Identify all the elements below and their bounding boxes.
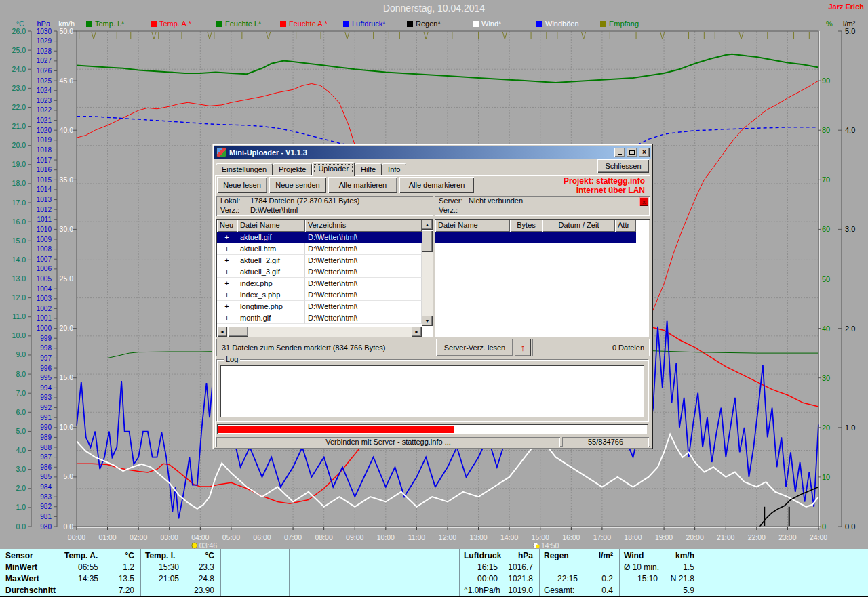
hpa-axis-label: 1028 [37,47,52,55]
local-label: Lokal: [220,197,250,205]
hpa-axis-label: 1003 [37,295,52,302]
stat-value: N 21.8 [619,574,694,583]
tab-hilfe[interactable]: Hilfe [355,163,382,176]
neue-lesen-button[interactable]: Neue lesen [217,177,267,193]
legend-label: Temp. A.* [159,20,191,28]
window-titlebar[interactable]: Mini-Uploader - V1.1.3 × [214,146,651,159]
upload-button[interactable]: ↑ [515,339,531,356]
time-axis-label: 00:00 [68,533,85,541]
legend-item-feuchte-a: Feuchte A.* [280,20,328,28]
column-header-attr[interactable]: Attr [615,220,636,232]
alle-markieren-button[interactable]: Alle markieren [328,177,397,193]
schliessen-button[interactable]: Schliessen [597,159,649,173]
maximize-button[interactable] [627,148,637,157]
tab-projekte[interactable]: Projekte [273,163,312,176]
stat-row-label: Durchschnitt [5,585,56,595]
lm2-axis-label: 4.0 [845,126,855,134]
temp-axis-label: 5.0 [16,427,26,435]
hpa-axis-label: 1011 [37,215,52,223]
column-header-verzeichnis[interactable]: Verzeichnis [305,220,422,232]
server-selected-row[interactable] [435,232,636,243]
vertical-scrollbar[interactable]: ▲▼ [422,220,433,326]
horizontal-scrollbar[interactable]: ◄► [217,327,422,337]
temp-axis-label: 25.0 [12,46,26,54]
server-verz-lesen-button[interactable]: Server-Verz. lesen [436,339,513,356]
server-disconnect-button[interactable]: x [639,197,648,206]
column-header-bytes[interactable]: Bytes [510,220,542,232]
column-header-datei-name[interactable]: Datei-Name [237,220,305,232]
empfang-tick [92,32,96,39]
stat-col-unit: °C [140,551,214,560]
tab-einstellungen[interactable]: Einstellungen [216,163,273,176]
scroll-left-button[interactable]: ◄ [217,327,227,337]
file-row[interactable]: +aktuell.gifD:\Wetter\html\ [217,232,422,243]
tab-uploader[interactable]: Uploader [312,162,355,176]
hpa-axis-label: 991 [40,414,52,421]
column-header-datei-name[interactable]: Datei-Name [435,220,510,232]
file-row[interactable]: +aktuell.htmD:\Wetter\html\ [217,243,422,255]
time-axis-label: 10:00 [377,533,395,541]
column-header-datum-zeit[interactable]: Datum / Zeit [542,220,615,232]
file-row[interactable]: +index_s.phpD:\Wetter\html\ [217,289,422,301]
column-header-neu[interactable]: Neu [217,220,237,232]
scroll-down-button[interactable]: ▼ [422,316,433,326]
pct-axis-label: 80 [822,126,830,134]
lm2-axis-label: 3.0 [845,225,855,233]
time-axis-label: 03:00 [161,533,178,541]
file-cell: + [217,232,237,243]
file-cell: aktuell.gif [237,232,305,243]
alle-demarkieren-button[interactable]: Alle demarkieren [399,177,474,193]
hpa-axis-label: 1009 [37,236,52,243]
horizontal-scrollbar-thumb[interactable] [228,327,248,337]
scroll-up-button[interactable]: ▲ [422,220,433,230]
legend-item-temp-a: Temp. A.* [151,20,191,28]
hpa-axis-label: 999 [40,335,52,342]
local-dir: D:\Wetter\html [250,206,298,214]
pct-axis-label: 0 [822,522,826,531]
local-files-table[interactable]: NeuDatei-NameVerzeichnis+aktuell.gifD:\W… [216,219,433,337]
file-row[interactable]: +longtime.phpD:\Wetter\html\ [217,301,422,312]
hpa-axis-label: 1008 [37,245,52,253]
legend-item-feuchte-i: Feuchte I.* [216,20,261,28]
temp-axis-label: 15.0 [12,236,26,245]
stat-value: 24.8 [140,574,214,583]
neue-senden-button[interactable]: Neue senden [269,177,326,193]
server-files-count-text: 0 Dateien [612,344,644,352]
file-cell: aktuell.htm [237,243,305,255]
window-title: Mini-Uploader - V1.1.3 [229,148,613,157]
empfang-tick [208,32,212,39]
temp-axis-label: 16.0 [12,218,26,226]
time-axis-label: 04:00 [191,533,209,541]
temp-axis-label: 3.0 [16,465,26,473]
time-axis-label: 20:00 [686,533,704,541]
hpa-axis-label: 1004 [37,285,52,293]
file-row[interactable]: +index.phpD:\Wetter\html\ [217,278,422,289]
temp-axis-label: 20.0 [12,141,26,149]
close-window-button[interactable]: × [639,148,650,157]
hpa-axis-label: 1018 [37,146,52,154]
vertical-scrollbar-thumb[interactable] [422,230,433,252]
legend-item-empfang: Empfang [600,20,639,28]
temp-axis-label: 1.0 [16,503,26,511]
kmh-axis-label: 5.0 [63,472,73,480]
scroll-right-button[interactable]: ► [412,327,422,337]
status-message-text: Verbinden mit Server - stattegg.info ... [326,438,451,446]
hpa-axis-label: 1022 [37,106,52,114]
hpa-axis-label: 1025 [37,77,52,85]
tab-info[interactable]: Info [382,163,406,176]
file-row[interactable]: +aktuell_2.gifD:\Wetter\html\ [217,255,422,266]
legend-label: Temp. I.* [95,20,124,28]
temp-axis-label: 23.0 [12,84,26,92]
minimize-button[interactable] [614,148,625,157]
legend-item-temp-i: Temp. I.* [86,20,124,28]
hpa-axis-label: 992 [40,404,52,411]
server-files-table[interactable]: Datei-NameBytesDatum / ZeitAttr [435,219,650,337]
file-row[interactable]: +month.gifD:\Wetter\html\ [217,312,422,324]
hpa-axis-label: 1013 [37,196,52,203]
stats-divider [220,549,221,596]
log-output[interactable] [220,365,644,417]
empfang-tick [424,32,428,39]
stat-value: 1021.8 [459,574,533,583]
project-info: Projekt: stattegg.info Internet über LAN [564,176,645,195]
file-row[interactable]: +aktuell_3.gifD:\Wetter\html\ [217,266,422,278]
